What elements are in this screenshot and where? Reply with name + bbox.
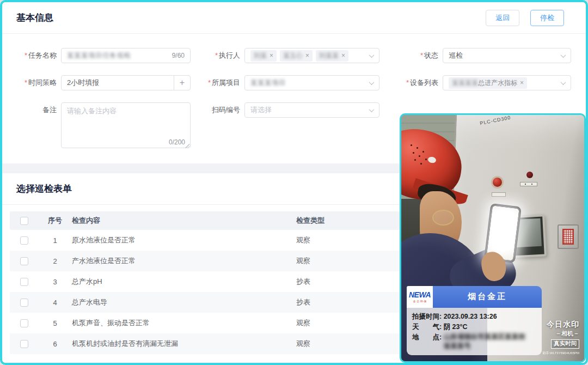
stamp-title: 烟台金正	[433, 286, 542, 308]
row-checkbox[interactable]	[20, 257, 28, 265]
stamp-row-weather: 天 气: 阴 23°C	[412, 322, 536, 332]
add-time-strategy-icon[interactable]: +	[174, 76, 190, 90]
executor-tag: 刘某某×	[316, 50, 348, 62]
chevron-down-icon	[369, 80, 375, 85]
field-time-strategy: *时间策略 2小时填报 +	[10, 75, 201, 90]
row-checkbox[interactable]	[20, 236, 28, 245]
cell-no: 1	[38, 236, 72, 245]
status-select[interactable]: 巡检	[443, 48, 571, 63]
project-select[interactable]: 某某某项目	[244, 75, 379, 90]
photo-qr-sticker	[562, 229, 574, 245]
row-checkbox[interactable]	[20, 340, 28, 348]
scan-code-placeholder: 请选择	[250, 105, 272, 115]
cell-no: 3	[38, 278, 72, 286]
tag-remove-icon[interactable]: ×	[341, 52, 345, 59]
executor-label: *执行人	[201, 48, 244, 63]
stop-inspection-button[interactable]: 停检	[530, 10, 564, 26]
col-no: 序号	[38, 216, 72, 226]
required-asterisk: *	[215, 51, 218, 59]
section-title: 选择巡检表单	[16, 182, 72, 195]
time-strategy-input[interactable]: 2小时填报 +	[61, 75, 191, 90]
field-project: *所属项目 某某某项目	[201, 75, 393, 90]
chevron-down-icon	[561, 52, 566, 58]
cell-no: 6	[38, 340, 72, 348]
cell-no: 2	[38, 257, 72, 265]
newa-logo-subtext: 金·正·环·保	[413, 300, 427, 303]
photo-qr-box	[558, 224, 579, 249]
real-time-badge: 真实时间	[551, 339, 579, 349]
photo-label-plate	[492, 192, 506, 197]
task-name-value: 某某某项目任务巡检	[67, 51, 131, 60]
stamp-time-value: 2023.09.23 13:26	[444, 312, 497, 322]
scan-code-select[interactable]: 请选择	[244, 102, 379, 118]
stamp-location-value: 山东省烟台市某某区某某街道某某号	[444, 332, 525, 351]
inspection-photo: PLC-CD300 NEWA 金·正·环·保	[400, 113, 586, 363]
device-tag-masked: 某某某某	[452, 78, 478, 88]
remark-label: 备注	[10, 102, 61, 118]
select-all-checkbox[interactable]	[20, 217, 28, 225]
cell-content: 产水池液位是否正常	[72, 256, 296, 266]
scan-code-label: 扫码编号	[201, 102, 244, 118]
required-asterisk: *	[24, 78, 27, 87]
basic-info-header: 基本信息 返回 停检	[2, 2, 586, 33]
executor-multiselect[interactable]: 刘某× 某玉心× 刘某某×	[244, 48, 379, 63]
device-list-label: *设备列表	[393, 75, 443, 90]
page: 基本信息 返回 停检 *任务名称 某某某项目任务巡检 9/60 *执行人 刘某×…	[0, 0, 588, 365]
stamp-row-location: 地 点: 山东省烟台市某某区某某街道某某号	[412, 332, 536, 351]
task-name-counter: 9/60	[172, 52, 185, 59]
tag-remove-icon[interactable]: ×	[305, 52, 309, 59]
today-watermark-line1: 今日水印	[542, 320, 579, 330]
field-device-list: *设备列表 某某某某 总进产水指标 ×	[393, 75, 571, 90]
chevron-down-icon	[369, 107, 375, 112]
cell-content: 总产水电导	[72, 297, 296, 307]
project-value: 某某某项目	[250, 78, 286, 88]
newa-logo: NEWA 金·正·环·保	[407, 286, 433, 308]
row-checkbox[interactable]	[20, 319, 28, 327]
device-tag: 某某某某 总进产水指标 ×	[449, 77, 527, 89]
device-tag-text: 总进产水指标	[478, 78, 517, 88]
project-label: *所属项目	[201, 75, 244, 90]
today-watermark: 今日水印 －相机－ 真实时间 助手:WLT3Y69D4U65PM	[542, 320, 579, 356]
stamp-weather-value: 阴 23°C	[444, 322, 468, 332]
status-label: *状态	[393, 48, 443, 63]
field-status: *状态 巡检	[393, 48, 571, 63]
page-title: 基本信息	[16, 11, 53, 24]
back-button[interactable]: 返回	[486, 10, 519, 26]
header-actions: 返回 停检	[486, 10, 564, 26]
time-strategy-label: *时间策略	[10, 75, 61, 90]
required-asterisk: *	[208, 78, 211, 87]
field-scan-code: 扫码编号 请选择	[201, 102, 393, 150]
executor-tag: 某玉心×	[280, 50, 313, 62]
today-watermark-line2: －相机－	[542, 330, 579, 338]
required-asterisk: *	[406, 78, 409, 87]
device-list-multiselect[interactable]: 某某某某 总进产水指标 ×	[443, 75, 571, 90]
stamp-header: NEWA 金·正·环·保 烟台金正	[407, 286, 542, 308]
watermark-code: 助手:WLT3Y69D4U65PM	[542, 351, 579, 356]
cell-no: 4	[38, 299, 72, 307]
remark-wrap: 0/200	[61, 102, 191, 150]
cell-no: 5	[38, 319, 72, 327]
row-checkbox[interactable]	[20, 299, 28, 307]
stamp-info-panel: 拍摄时间: 2023.09.23 13:26 天 气: 阴 23°C 地 点: …	[407, 308, 542, 356]
stamp-weather-label: 天 气:	[412, 322, 444, 332]
tag-remove-icon[interactable]: ×	[270, 52, 273, 59]
status-value: 巡检	[449, 51, 463, 60]
task-name-input[interactable]: 某某某项目任务巡检 9/60	[61, 48, 191, 63]
tag-remove-icon[interactable]: ×	[520, 79, 524, 87]
col-content: 检查内容	[72, 216, 296, 226]
executor-tag-text: 刘某某	[319, 51, 339, 60]
required-asterisk: *	[420, 51, 423, 59]
executor-tag: 刘某×	[250, 50, 277, 62]
executor-tag-text: 刘某	[254, 51, 267, 60]
cell-content: 机泵声音、振动是否正常	[72, 318, 296, 328]
stamp-time-label: 拍摄时间:	[412, 312, 444, 322]
watermark-stamp: NEWA 金·正·环·保 烟台金正 拍摄时间: 2023.09.23 13:26…	[407, 286, 542, 356]
cell-content: 原水池液位是否正常	[72, 235, 296, 245]
executor-tag-text: 某玉心	[283, 51, 303, 60]
field-executor: *执行人 刘某× 某玉心× 刘某某×	[201, 48, 393, 63]
row-checkbox[interactable]	[20, 278, 28, 286]
time-strategy-value: 2小时填报	[67, 78, 99, 88]
task-name-label: *任务名称	[10, 48, 61, 63]
resize-grip-icon[interactable]	[185, 144, 189, 148]
chevron-down-icon	[369, 52, 375, 58]
